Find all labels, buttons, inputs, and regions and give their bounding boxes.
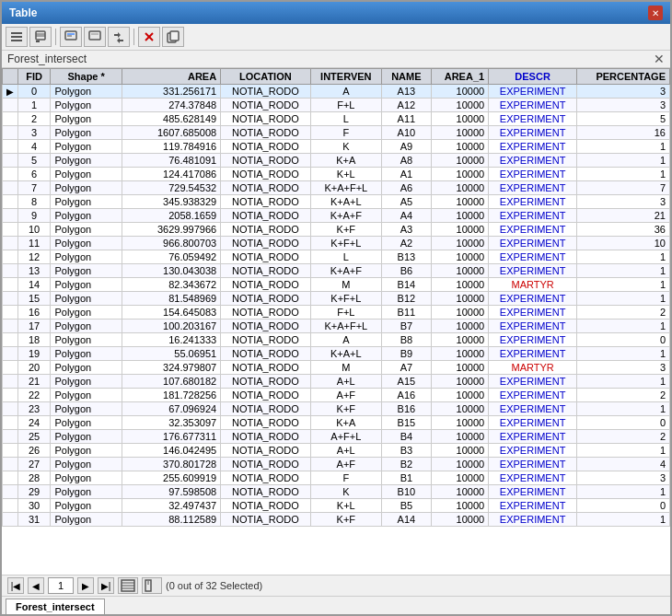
row-indicator <box>3 126 18 140</box>
active-tab[interactable]: Forest_intersect <box>6 599 105 614</box>
table-row[interactable]: 25Polygon176.677311NOTIA_RODOA+F+LB41000… <box>3 430 670 444</box>
col-header-shape[interactable]: Shape * <box>51 69 122 85</box>
table-row[interactable]: 18Polygon16.241333NOTIA_RODOAB810000EXPE… <box>3 333 670 347</box>
table-row[interactable]: 26Polygon146.042495NOTIA_RODOA+LB310000E… <box>3 444 670 458</box>
col-header-percentage[interactable]: PERCENTAGE <box>577 69 670 85</box>
prev-page-button[interactable]: ◀ <box>28 577 44 594</box>
table-row[interactable]: 5Polygon76.481091NOTIA_RODOK+AA810000EXP… <box>3 154 670 168</box>
table-row[interactable]: ▶0Polygon331.256171NOTIA_RODOAA1310000EX… <box>3 85 670 99</box>
cell-location: NOTIA_RODO <box>221 402 310 416</box>
col-header-area1[interactable]: AREA_1 <box>431 69 488 85</box>
cell-interven: K+F <box>310 402 381 416</box>
table-view-button[interactable] <box>118 577 138 594</box>
col-header-descr[interactable]: DESCR <box>489 69 577 85</box>
copy-selected-button[interactable] <box>162 27 184 47</box>
cell-area1: 10000 <box>431 264 488 278</box>
table-row[interactable]: 1Polygon274.37848NOTIA_RODOF+LA1210000EX… <box>3 99 670 112</box>
cell-shape: Polygon <box>51 471 122 485</box>
cell-area1: 10000 <box>431 471 488 485</box>
table-row[interactable]: 17Polygon100.203167NOTIA_RODOK+A+F+LB710… <box>3 320 670 333</box>
table-row[interactable]: 30Polygon32.497437NOTIA_RODOK+LB510000EX… <box>3 499 670 513</box>
cell-fid: 22 <box>17 389 51 402</box>
cell-interven: K+A <box>310 416 381 430</box>
cell-interven: K+F+L <box>310 292 381 306</box>
cell-percentage: 1 <box>577 402 670 416</box>
cell-area1: 10000 <box>431 250 488 264</box>
delete-selected-button[interactable] <box>138 27 160 47</box>
table-row[interactable]: 12Polygon76.059492NOTIA_RODOLB1310000EXP… <box>3 250 670 264</box>
table-row[interactable]: 28Polygon255.609919NOTIA_RODOFB110000EXP… <box>3 471 670 485</box>
table-row[interactable]: 11Polygon966.800703NOTIA_RODOK+F+LA21000… <box>3 237 670 250</box>
cell-name: B4 <box>382 430 432 444</box>
table-row[interactable]: 7Polygon729.54532NOTIA_RODOK+A+F+LA61000… <box>3 181 670 195</box>
cell-area: 729.54532 <box>122 181 220 195</box>
row-indicator <box>3 416 18 430</box>
col-header-area[interactable]: AREA <box>122 69 220 85</box>
col-header-fid[interactable]: FID <box>17 69 51 85</box>
cell-location: NOTIA_RODO <box>221 361 310 375</box>
table-row[interactable]: 2Polygon485.628149NOTIA_RODOLA1110000EXP… <box>3 112 670 126</box>
table-row[interactable]: 13Polygon130.043038NOTIA_RODOK+A+FB61000… <box>3 264 670 278</box>
cell-descr: EXPERIMENT <box>489 126 577 140</box>
cell-interven: M <box>310 361 381 375</box>
row-indicator <box>3 375 18 389</box>
table-menu-button[interactable] <box>29 27 52 47</box>
page-number-input[interactable] <box>48 577 74 594</box>
table-row[interactable]: 4Polygon119.784916NOTIA_RODOKA910000EXPE… <box>3 140 670 154</box>
table-row[interactable]: 14Polygon82.343672NOTIA_RODOMB1410000MAR… <box>3 278 670 292</box>
table-row[interactable]: 27Polygon370.801728NOTIA_RODOA+FB210000E… <box>3 458 670 471</box>
table-row[interactable]: 29Polygon97.598508NOTIA_RODOKB1010000EXP… <box>3 485 670 499</box>
cell-percentage: 1 <box>577 140 670 154</box>
row-indicator <box>3 444 18 458</box>
cell-shape: Polygon <box>51 264 122 278</box>
cell-interven: A+F+L <box>310 430 381 444</box>
table-row[interactable]: 6Polygon124.417086NOTIA_RODOK+LA110000EX… <box>3 168 670 181</box>
cell-area1: 10000 <box>431 444 488 458</box>
table-row[interactable]: 15Polygon81.548969NOTIA_RODOK+F+LB121000… <box>3 292 670 306</box>
cell-descr: EXPERIMENT <box>489 444 577 458</box>
row-indicator <box>3 513 18 527</box>
window-close-button[interactable]: ✕ <box>648 6 663 20</box>
table-row[interactable]: 3Polygon1607.685008NOTIA_RODOFA1010000EX… <box>3 126 670 140</box>
table-row[interactable]: 23Polygon67.096924NOTIA_RODOK+FB1610000E… <box>3 402 670 416</box>
cell-percentage: 2 <box>577 389 670 402</box>
layer-close-button[interactable]: ✕ <box>654 52 665 65</box>
col-header-name[interactable]: NAME <box>382 69 432 85</box>
clear-selection-button[interactable] <box>84 27 106 47</box>
select-by-attributes-button[interactable] <box>60 27 82 47</box>
table-options-button[interactable] <box>6 27 28 47</box>
cell-interven: K+A+F <box>310 209 381 223</box>
next-page-button[interactable]: ▶ <box>77 577 94 594</box>
record-view-button[interactable] <box>142 577 162 594</box>
cell-fid: 3 <box>17 126 51 140</box>
cell-interven: K+A <box>310 154 381 168</box>
table-row[interactable]: 16Polygon154.645083NOTIA_RODOF+LB1110000… <box>3 306 670 320</box>
table-row[interactable]: 19Polygon55.06951NOTIA_RODOK+A+LB910000E… <box>3 347 670 361</box>
switch-selection-button[interactable] <box>108 27 130 47</box>
table-container[interactable]: FID Shape * AREA LOCATION INTERVEN NAME … <box>2 68 670 575</box>
last-page-button[interactable]: ▶| <box>98 577 114 594</box>
table-row[interactable]: 9Polygon2058.1659NOTIA_RODOK+A+FA410000E… <box>3 209 670 223</box>
col-header-interven[interactable]: INTERVEN <box>310 69 381 85</box>
table-row[interactable]: 21Polygon107.680182NOTIA_RODOA+LA1510000… <box>3 375 670 389</box>
cell-area: 485.628149 <box>122 112 220 126</box>
cell-location: NOTIA_RODO <box>221 154 310 168</box>
table-row[interactable]: 20Polygon324.979807NOTIA_RODOMA710000MAR… <box>3 361 670 375</box>
cell-fid: 17 <box>17 320 51 333</box>
cell-location: NOTIA_RODO <box>221 458 310 471</box>
table-row[interactable]: 24Polygon32.353097NOTIA_RODOK+AB1510000E… <box>3 416 670 430</box>
cell-area: 1607.685008 <box>122 126 220 140</box>
first-page-button[interactable]: |◀ <box>7 577 24 594</box>
cell-descr: EXPERIMENT <box>489 416 577 430</box>
cell-shape: Polygon <box>51 320 122 333</box>
cell-shape: Polygon <box>51 499 122 513</box>
table-row[interactable]: 22Polygon181.728256NOTIA_RODOA+FA1610000… <box>3 389 670 402</box>
cell-name: B1 <box>382 471 432 485</box>
table-row[interactable]: 31Polygon88.112589NOTIA_RODOK+FA1410000E… <box>3 513 670 527</box>
col-header-location[interactable]: LOCATION <box>221 69 310 85</box>
cell-location: NOTIA_RODO <box>221 195 310 209</box>
table-row[interactable]: 8Polygon345.938329NOTIA_RODOK+A+LA510000… <box>3 195 670 209</box>
cell-percentage: 21 <box>577 209 670 223</box>
table-row[interactable]: 10Polygon3629.997966NOTIA_RODOK+FA310000… <box>3 223 670 237</box>
cell-name: A11 <box>382 112 432 126</box>
